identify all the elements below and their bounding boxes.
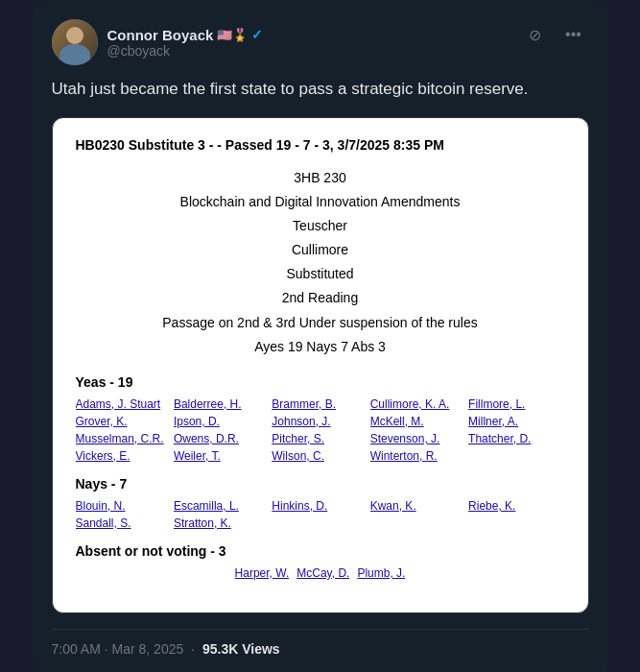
tweet-header-left: Connor Boyack 🇺🇸🎖️ ✓ @cboyack (52, 19, 264, 65)
yeas-section: Yeas - 19 Adams, J. Stuart Balderree, H.… (76, 374, 565, 463)
more-icon: ••• (565, 26, 581, 43)
yea-name-17[interactable]: Weiler, T. (174, 449, 270, 463)
passage-description: Passage on 2nd & 3rd Under suspension of… (76, 311, 565, 335)
nays-names-grid: Blouin, N. Escamilla, L. Hinkins, D. Kwa… (76, 499, 565, 530)
nays-label: Nays - 7 (76, 476, 565, 492)
yea-name-13[interactable]: Pitcher, S. (272, 432, 367, 445)
verified-icon: ✓ (251, 27, 263, 42)
yeas-names-grid: Adams, J. Stuart Balderree, H. Brammer, … (76, 397, 565, 463)
tweet-text: Utah just became the first state to pass… (52, 77, 589, 102)
vote-card-content: 3HB 230 Blockchain and Digital Innovatio… (76, 166, 565, 360)
yea-name-9[interactable]: McKell, M. (370, 415, 466, 428)
yea-name-12[interactable]: Owens, D.R. (174, 432, 270, 445)
absent-name-2[interactable]: McCay, D. (296, 566, 349, 580)
yea-name-2[interactable]: Balderree, H. (174, 397, 270, 411)
share-icon: ⊘ (529, 26, 541, 44)
bill-title: Blockchain and Digital Innovation Amendm… (76, 190, 565, 214)
absent-label: Absent or not voting - 3 (76, 543, 565, 559)
yea-name-5[interactable]: Fillmore, L. (468, 397, 564, 411)
yea-name-16[interactable]: Vickers, E. (76, 449, 172, 463)
yea-name-1[interactable]: Adams, J. Stuart (76, 397, 172, 411)
display-name: Connor Boyack 🇺🇸🎖️ ✓ (107, 27, 264, 43)
views-count: 95.3K Views (202, 641, 280, 657)
yeas-label: Yeas - 19 (76, 374, 565, 390)
avatar[interactable] (52, 19, 98, 65)
bill-number: 3HB 230 (76, 166, 565, 190)
yea-name-8[interactable]: Johnson, J. (272, 415, 367, 428)
tweet-card: Connor Boyack 🇺🇸🎖️ ✓ @cboyack ⊘ ••• Utah… (33, 0, 608, 672)
yea-name-18[interactable]: Wilson, C. (272, 449, 367, 463)
reading: 2nd Reading (76, 286, 565, 310)
tweet-header-right: ⊘ ••• (520, 19, 589, 50)
flags: 🇺🇸🎖️ (217, 28, 248, 42)
nay-name-1[interactable]: Blouin, N. (76, 499, 172, 513)
yea-name-11[interactable]: Musselman, C.R. (76, 432, 172, 445)
status-substituted: Substituted (76, 262, 565, 286)
nay-name-2[interactable]: Escamilla, L. (174, 499, 270, 513)
yea-name-15[interactable]: Thatcher, D. (468, 432, 564, 445)
vote-card-title: HB0230 Substitute 3 - - Passed 19 - 7 - … (76, 137, 565, 153)
yea-name-10[interactable]: Millner, A. (468, 415, 564, 428)
nay-name-6[interactable]: Sandall, S. (76, 516, 172, 530)
tweet-header: Connor Boyack 🇺🇸🎖️ ✓ @cboyack ⊘ ••• (52, 19, 589, 65)
tweet-footer: 7:00 AM · Mar 8, 2025 · 95.3K Views (52, 629, 589, 657)
yea-name-3[interactable]: Brammer, B. (272, 397, 367, 411)
nay-name-5[interactable]: Riebe, K. (468, 499, 564, 513)
author-name: Connor Boyack (107, 27, 214, 43)
absent-name-3[interactable]: Plumb, J. (357, 566, 405, 580)
yea-name-4[interactable]: Cullimore, K. A. (370, 397, 466, 411)
absent-section: Absent or not voting - 3 Harper, W. McCa… (76, 543, 565, 580)
nay-name-7[interactable]: Stratton, K. (174, 516, 270, 530)
nay-name-3[interactable]: Hinkins, D. (272, 499, 367, 513)
absent-names-list: Harper, W. McCay, D. Plumb, J. (76, 566, 565, 580)
tweet-timestamp: 7:00 AM · Mar 8, 2025 (52, 641, 184, 657)
nay-name-4[interactable]: Kwan, K. (370, 499, 466, 513)
sponsor1: Teuscher (76, 214, 565, 238)
more-button[interactable]: ••• (558, 19, 589, 50)
share-button[interactable]: ⊘ (520, 19, 551, 50)
vote-summary: Ayes 19 Nays 7 Abs 3 (76, 335, 565, 359)
user-info: Connor Boyack 🇺🇸🎖️ ✓ @cboyack (107, 27, 264, 59)
yea-name-6[interactable]: Grover, K. (76, 415, 172, 428)
separator: · (191, 641, 195, 657)
yea-name-7[interactable]: Ipson, D. (174, 415, 270, 428)
nays-section: Nays - 7 Blouin, N. Escamilla, L. Hinkin… (76, 476, 565, 530)
username: @cboyack (107, 43, 264, 59)
yea-name-19[interactable]: Winterton, R. (370, 449, 466, 463)
sponsor2: Cullimore (76, 238, 565, 262)
yea-name-14[interactable]: Stevenson, J. (370, 432, 466, 445)
absent-name-1[interactable]: Harper, W. (235, 566, 290, 580)
vote-card: HB0230 Substitute 3 - - Passed 19 - 7 - … (52, 117, 589, 614)
